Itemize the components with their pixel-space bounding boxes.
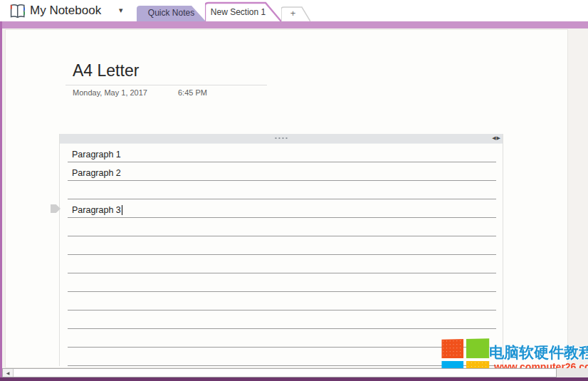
add-section-tab[interactable]: + bbox=[281, 6, 310, 21]
ruled-line-row[interactable] bbox=[68, 348, 496, 366]
ruled-line-row[interactable] bbox=[68, 218, 496, 236]
scrollbar-corner bbox=[557, 368, 588, 377]
tab-new-section-1[interactable]: New Section 1 bbox=[205, 1, 281, 21]
ruled-line-row[interactable] bbox=[68, 273, 496, 292]
paragraph-row[interactable]: Paragraph 3 bbox=[68, 199, 496, 218]
paragraph-row[interactable]: Paragraph 1 bbox=[68, 144, 496, 162]
ruled-line-row[interactable] bbox=[68, 255, 496, 273]
tab-label: Quick Notes bbox=[137, 8, 206, 18]
plus-icon: + bbox=[281, 8, 310, 19]
page-time: 6:45 PM bbox=[178, 88, 207, 97]
paragraph-text: Paragraph 1 bbox=[72, 150, 121, 160]
section-accent-band bbox=[0, 21, 588, 28]
tab-label: New Section 1 bbox=[205, 7, 281, 17]
ruled-line-row[interactable] bbox=[68, 310, 496, 329]
scroll-left-icon: ◀ bbox=[6, 370, 10, 375]
paragraph-row[interactable] bbox=[68, 181, 496, 199]
title-underline bbox=[65, 85, 267, 85]
resize-arrows-icon[interactable]: ◀▶ bbox=[492, 135, 501, 141]
page-title[interactable]: A4 Letter bbox=[73, 61, 139, 80]
drag-handle-icon bbox=[275, 137, 288, 139]
paragraph-text: Paragraph 3 bbox=[72, 205, 121, 215]
logo-quadrant-red bbox=[441, 339, 463, 358]
chevron-down-icon[interactable]: ▾ bbox=[119, 6, 123, 15]
note-container-drag-bar[interactable]: ◀▶ bbox=[60, 134, 503, 144]
logo-quadrant-green bbox=[466, 338, 489, 357]
tab-quick-notes[interactable]: Quick Notes bbox=[137, 4, 206, 21]
notebook-icon bbox=[8, 3, 28, 20]
horizontal-scrollbar[interactable]: ◀ bbox=[2, 368, 557, 377]
ruled-line-row[interactable] bbox=[68, 329, 496, 348]
scroll-left-button[interactable]: ◀ bbox=[3, 369, 14, 377]
ruled-line-row[interactable] bbox=[68, 236, 496, 255]
watermark-site-name: 电脑软硬件教程网 bbox=[489, 343, 588, 362]
notebook-name-button[interactable]: My Notebook bbox=[30, 4, 101, 18]
paragraph-row[interactable]: Paragraph 2 bbox=[68, 162, 496, 181]
text-cursor bbox=[122, 205, 122, 215]
paragraph-text: Paragraph 2 bbox=[72, 168, 121, 178]
note-container: ◀▶ Paragraph 1 Paragraph 2 Paragraph 3 bbox=[59, 134, 503, 366]
page-date: Monday, May 1, 2017 bbox=[73, 88, 147, 97]
ruled-line-row[interactable] bbox=[68, 292, 496, 310]
window-border-left bbox=[0, 21, 2, 381]
notebook-header-bar: My Notebook ▾ Quick Notes New Section 1 … bbox=[0, 0, 588, 21]
window-border-bottom bbox=[0, 377, 588, 381]
